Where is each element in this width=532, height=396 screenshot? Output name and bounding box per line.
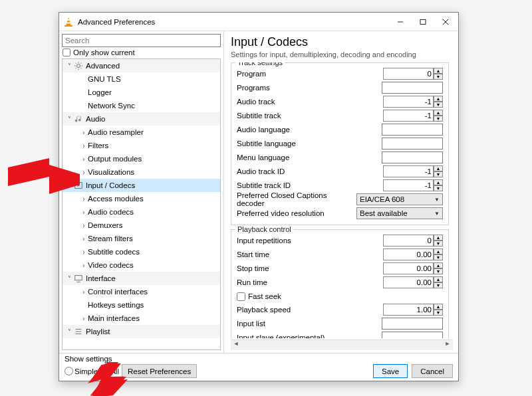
tree-item-access-modules[interactable]: ›Access modules bbox=[63, 192, 220, 205]
reset-preferences-button[interactable]: Reset Preferences bbox=[122, 364, 197, 378]
expand-icon: › bbox=[80, 129, 88, 136]
spin-down[interactable]: ▼ bbox=[434, 241, 443, 247]
tree-item-demuxers[interactable]: ›Demuxers bbox=[63, 219, 220, 232]
horizontal-scrollbar[interactable]: ◄► bbox=[231, 340, 453, 350]
list-icon bbox=[73, 326, 84, 337]
expand-icon: ˅ bbox=[65, 62, 73, 70]
spin-input[interactable] bbox=[383, 179, 434, 191]
tree-item-label: Advanced bbox=[86, 62, 120, 70]
spin-down[interactable]: ▼ bbox=[434, 185, 443, 191]
tree-item-network-sync[interactable]: Network Sync bbox=[63, 99, 220, 112]
spin-input[interactable] bbox=[383, 262, 434, 274]
spin-input[interactable] bbox=[383, 235, 434, 247]
expand-icon: ˅ bbox=[65, 182, 73, 189]
maximize-button[interactable] bbox=[412, 15, 434, 29]
tree-item-gnu-tls[interactable]: GNU TLS bbox=[63, 72, 220, 86]
spin-up[interactable]: ▲ bbox=[434, 96, 443, 102]
radio-simple[interactable]: Simple bbox=[65, 367, 98, 375]
tree-item-label: Hotkeys settings bbox=[88, 301, 144, 309]
search-input[interactable] bbox=[62, 34, 221, 47]
setting-playback-speed: Playback speed▲▼ bbox=[237, 303, 443, 316]
setting-label: Programs bbox=[237, 84, 382, 92]
tree-item-audio-codecs[interactable]: ›Audio codecs bbox=[63, 205, 220, 219]
tree-item-label: Audio codecs bbox=[88, 208, 134, 216]
tree-item-audio-resampler[interactable]: ›Audio resampler bbox=[63, 126, 220, 139]
spin-up[interactable]: ▲ bbox=[434, 304, 443, 310]
spin-down[interactable]: ▼ bbox=[434, 74, 443, 80]
spin-down[interactable]: ▼ bbox=[434, 171, 443, 177]
text-input[interactable] bbox=[382, 151, 443, 163]
spin-down[interactable]: ▼ bbox=[434, 310, 443, 316]
tree-item-interface[interactable]: ˅Interface bbox=[63, 272, 220, 285]
checkbox[interactable] bbox=[237, 292, 245, 301]
tree-item-filters[interactable]: ›Filters bbox=[63, 139, 220, 152]
text-input[interactable] bbox=[382, 318, 443, 330]
tree-item-label: Main interfaces bbox=[88, 314, 140, 322]
spin-input[interactable] bbox=[383, 110, 434, 122]
tree-item-audio[interactable]: ˅Audio bbox=[63, 112, 220, 126]
tree-item-main-interfaces[interactable]: ›Main interfaces bbox=[63, 312, 220, 325]
tree-item-playlist[interactable]: ˅Playlist bbox=[63, 325, 220, 338]
only-show-current-checkbox[interactable] bbox=[63, 49, 70, 56]
text-input[interactable] bbox=[382, 82, 443, 94]
spin-input[interactable] bbox=[383, 304, 434, 316]
spin-input[interactable] bbox=[383, 165, 434, 177]
spin-input[interactable] bbox=[383, 68, 434, 80]
tree-item-advanced[interactable]: ˅Advanced bbox=[63, 59, 220, 72]
setting-label: Input slave (experimental) bbox=[237, 334, 382, 338]
setting-label: Run time bbox=[237, 278, 383, 286]
panel-description: Settings for input, demultiplexing, deco… bbox=[231, 50, 453, 58]
save-button[interactable]: Save bbox=[373, 364, 408, 378]
spin-up[interactable]: ▲ bbox=[434, 262, 443, 268]
tree-item-label: Demuxers bbox=[88, 221, 122, 229]
spin-input[interactable] bbox=[383, 248, 434, 260]
spin-down[interactable]: ▼ bbox=[434, 254, 443, 260]
spin-up[interactable]: ▲ bbox=[434, 248, 443, 254]
minimize-button[interactable] bbox=[389, 15, 412, 29]
text-input[interactable] bbox=[382, 332, 443, 338]
combo[interactable]: Best available▼ bbox=[356, 207, 443, 219]
tree-item-label: Audio bbox=[86, 115, 105, 123]
spin-up[interactable]: ▲ bbox=[434, 68, 443, 74]
tree-item-label: Stream filters bbox=[88, 235, 133, 243]
setting-input-list: Input list bbox=[237, 317, 443, 330]
spin-input[interactable] bbox=[383, 276, 434, 288]
tree-item-output-modules[interactable]: ›Output modules bbox=[63, 152, 220, 165]
text-input[interactable] bbox=[382, 124, 443, 136]
tree-item-subtitle-codecs[interactable]: ›Subtitle codecs bbox=[63, 245, 220, 258]
spin-up[interactable]: ▲ bbox=[434, 235, 443, 241]
combo[interactable]: EIA/CEA 608▼ bbox=[356, 193, 443, 205]
spin-down[interactable]: ▼ bbox=[434, 116, 443, 122]
spin-up[interactable]: ▲ bbox=[434, 165, 443, 171]
group-legend: Track settings bbox=[235, 62, 285, 66]
tree-item-hotkeys-settings[interactable]: Hotkeys settings bbox=[63, 298, 220, 312]
note-icon bbox=[73, 114, 84, 124]
tree-item-label: Access modules bbox=[88, 195, 144, 203]
spin-down[interactable]: ▼ bbox=[434, 102, 443, 108]
text-input[interactable] bbox=[382, 138, 443, 149]
expand-icon: › bbox=[80, 195, 88, 203]
tree-item-input-codecs[interactable]: ˅Input / Codecs bbox=[63, 179, 220, 192]
only-show-current-label: Only show current bbox=[73, 49, 135, 56]
expand-icon: › bbox=[80, 209, 88, 216]
spin-up[interactable]: ▲ bbox=[434, 179, 443, 185]
close-button[interactable] bbox=[434, 15, 457, 29]
expand-icon: ˅ bbox=[65, 116, 73, 123]
setting-fast-seek: Fast seek bbox=[237, 290, 443, 303]
tree-item-visualizations[interactable]: ›Visualizations bbox=[63, 165, 220, 179]
tree-item-stream-filters[interactable]: ›Stream filters bbox=[63, 232, 220, 245]
tree-item-video-codecs[interactable]: ›Video codecs bbox=[63, 258, 220, 272]
tree-item-logger[interactable]: Logger bbox=[63, 86, 220, 99]
spin-up[interactable]: ▲ bbox=[434, 110, 443, 116]
spin-down[interactable]: ▼ bbox=[434, 282, 443, 288]
cancel-button[interactable]: Cancel bbox=[412, 364, 453, 378]
spin-down[interactable]: ▼ bbox=[434, 268, 443, 274]
radio-all[interactable]: All bbox=[100, 367, 119, 375]
group-legend: Playback control bbox=[235, 225, 293, 233]
tree-item-label: Output modules bbox=[88, 155, 142, 163]
setting-label: Audio track ID bbox=[237, 167, 383, 175]
spin-input[interactable] bbox=[383, 96, 434, 108]
tree-item-control-interfaces[interactable]: ›Control interfaces bbox=[63, 285, 220, 298]
spin-up[interactable]: ▲ bbox=[434, 276, 443, 282]
setting-label: Audio track bbox=[237, 98, 383, 106]
